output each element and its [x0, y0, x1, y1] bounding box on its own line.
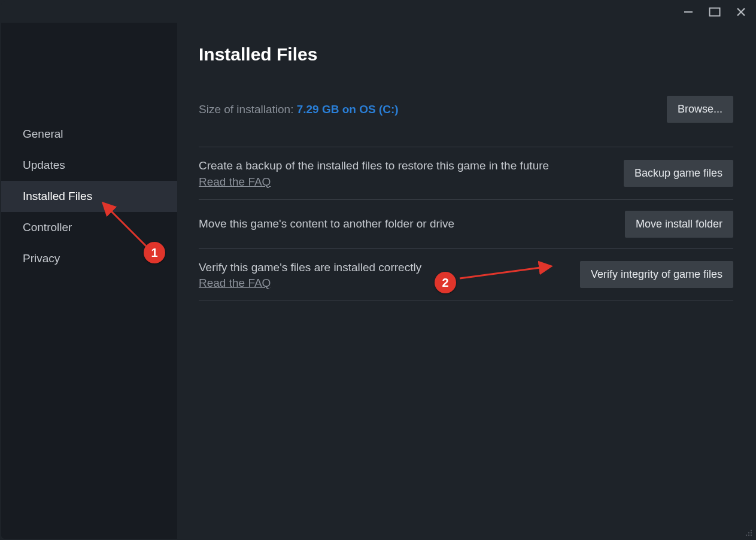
window-body: General Updates Installed Files Controll… — [1, 23, 755, 539]
sidebar: General Updates Installed Files Controll… — [1, 23, 177, 539]
close-button[interactable] — [734, 5, 748, 19]
verify-section: Verify this game's files are installed c… — [199, 248, 733, 302]
install-size-row: Size of installation: 7.29 GB on OS (C:)… — [199, 96, 733, 123]
verify-integrity-button[interactable]: Verify integrity of game files — [580, 261, 733, 288]
backup-game-files-button[interactable]: Backup game files — [624, 160, 733, 187]
resize-grip-icon[interactable] — [743, 527, 752, 536]
move-section: Move this game's content to another fold… — [199, 199, 733, 248]
backup-description: Create a backup of the installed files t… — [199, 158, 549, 174]
sidebar-item-controller[interactable]: Controller — [1, 212, 177, 243]
move-text: Move this game's content to another fold… — [199, 216, 454, 232]
sidebar-item-installed-files[interactable]: Installed Files — [1, 181, 177, 212]
install-size-text: Size of installation: 7.29 GB on OS (C:) — [199, 103, 399, 116]
main-panel: Installed Files Size of installation: 7.… — [177, 23, 755, 539]
verify-text: Verify this game's files are installed c… — [199, 260, 421, 290]
backup-faq-link[interactable]: Read the FAQ — [199, 175, 271, 189]
svg-point-6 — [751, 532, 752, 533]
browse-button[interactable]: Browse... — [667, 96, 733, 123]
verify-faq-link[interactable]: Read the FAQ — [199, 277, 271, 290]
page-title: Installed Files — [199, 44, 733, 65]
svg-point-7 — [746, 535, 747, 536]
svg-point-5 — [748, 532, 749, 533]
properties-window: General Updates Installed Files Controll… — [1, 1, 755, 539]
maximize-button[interactable] — [708, 5, 721, 19]
window-titlebar — [1, 1, 755, 23]
move-install-folder-button[interactable]: Move install folder — [625, 211, 733, 238]
svg-point-9 — [751, 535, 752, 536]
backup-text: Create a backup of the installed files t… — [199, 158, 549, 189]
sidebar-item-general[interactable]: General — [1, 119, 177, 150]
install-size-label: Size of installation: — [199, 103, 297, 116]
backup-section: Create a backup of the installed files t… — [199, 147, 733, 199]
sidebar-item-updates[interactable]: Updates — [1, 150, 177, 181]
move-description: Move this game's content to another fold… — [199, 216, 454, 232]
svg-point-8 — [748, 535, 749, 536]
svg-point-4 — [751, 530, 752, 531]
svg-rect-1 — [710, 8, 720, 16]
sidebar-item-privacy[interactable]: Privacy — [1, 243, 177, 274]
minimize-button[interactable] — [682, 5, 695, 19]
verify-description: Verify this game's files are installed c… — [199, 260, 421, 276]
install-size-value: 7.29 GB on OS (C:) — [297, 103, 399, 116]
